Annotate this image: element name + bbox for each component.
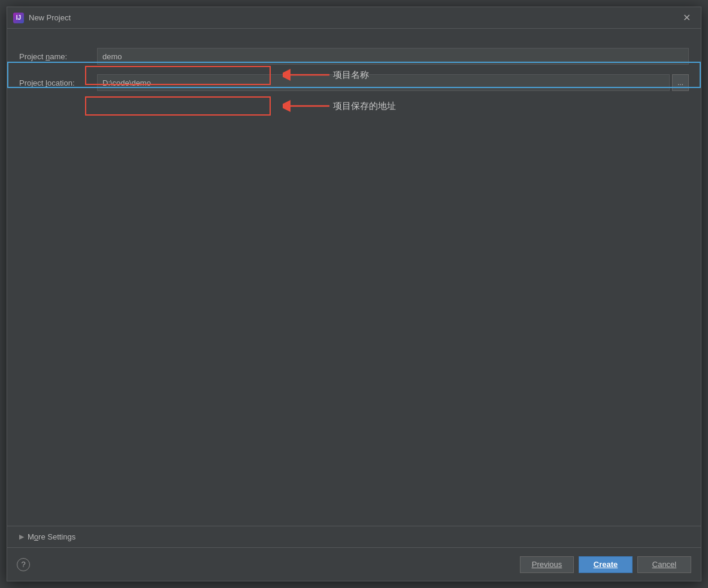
help-button[interactable]: ? (17, 558, 30, 571)
cancel-label: Cancel (652, 560, 676, 569)
arrow-location-icon (283, 98, 331, 114)
annotation-location: 项目保存的地址 (283, 98, 396, 114)
more-settings-label: More Settings (28, 532, 75, 541)
project-name-label: Project name: (19, 52, 97, 61)
project-name-input[interactable] (97, 48, 689, 65)
close-button[interactable]: ✕ (678, 10, 695, 26)
dialog-content: Project name: Project location: ... (7, 29, 701, 526)
dialog-bottom: ▶ More Settings ? Previous Create Cancel (7, 526, 701, 581)
project-location-label: Project location: (19, 78, 97, 87)
location-input-wrapper (97, 74, 670, 91)
create-button[interactable]: Create (579, 556, 633, 573)
annotation-location-text: 项目保存的地址 (333, 101, 396, 112)
cancel-button[interactable]: Cancel (637, 556, 691, 573)
previous-label: Previous (532, 560, 562, 569)
project-name-row: Project name: (19, 48, 689, 65)
project-location-row: Project location: ... (19, 74, 689, 91)
footer-left: ? (17, 558, 520, 571)
location-red-box (85, 96, 271, 116)
project-name-input-wrapper (97, 48, 689, 65)
create-label: Create (594, 560, 618, 569)
app-icon: IJ (13, 13, 24, 23)
location-row: ... (97, 74, 689, 91)
browse-button[interactable]: ... (672, 74, 689, 91)
more-settings-row[interactable]: ▶ More Settings (7, 526, 701, 547)
footer-right: Previous Create Cancel (520, 556, 691, 573)
project-location-input[interactable] (97, 74, 670, 91)
previous-button[interactable]: Previous (520, 556, 574, 573)
new-project-dialog: IJ New Project ✕ Project name: Project l… (7, 7, 701, 581)
title-bar: IJ New Project ✕ (7, 7, 701, 29)
more-settings-arrow-icon: ▶ (19, 533, 24, 541)
dialog-title: New Project (29, 13, 678, 22)
footer: ? Previous Create Cancel (7, 547, 701, 581)
